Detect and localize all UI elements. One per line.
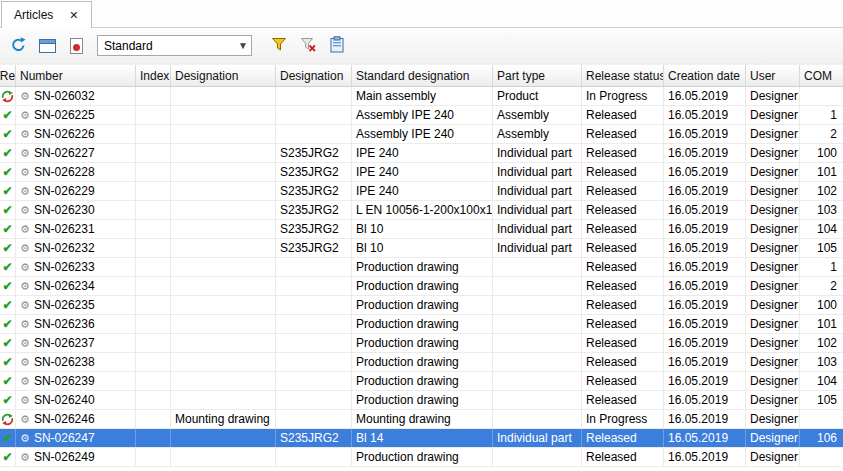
- release_status-cell: Released: [582, 277, 664, 295]
- table-row[interactable]: ✔⚙SN-026238Production drawingReleased16.…: [0, 353, 843, 372]
- released-check-icon: ✔: [2, 318, 12, 330]
- released-check-icon: ✔: [2, 394, 12, 406]
- column-header-creation_date[interactable]: Creation date: [664, 65, 746, 86]
- article-number: SN-026247: [34, 431, 95, 445]
- creation_date-cell: 16.05.2019: [664, 429, 746, 447]
- part-icon: ⚙: [20, 357, 30, 368]
- clear-filter-button[interactable]: [296, 34, 320, 58]
- part-icon: ⚙: [20, 300, 30, 311]
- part_type-cell: [493, 353, 582, 371]
- status-cell: ✔: [0, 334, 16, 352]
- part_type-cell: [493, 410, 582, 428]
- table-row[interactable]: ✔⚙SN-026229S235JRG2IPE 240Individual par…: [0, 182, 843, 201]
- view-select[interactable]: Standard ▼: [97, 35, 252, 56]
- table-row[interactable]: ⚙SN-026246Mounting drawingMounting drawi…: [0, 410, 843, 429]
- index-cell: [136, 296, 171, 314]
- creation_date-cell: 16.05.2019: [664, 448, 746, 466]
- chevron-down-icon[interactable]: ▼: [235, 40, 251, 51]
- com-cell: 105: [800, 239, 843, 257]
- column-header-part_type[interactable]: Part type: [493, 65, 582, 86]
- table-row[interactable]: ✔⚙SN-026225Assembly IPE 240AssemblyRelea…: [0, 106, 843, 125]
- std-cell: Production drawing: [352, 315, 493, 333]
- article-number: SN-026246: [34, 412, 95, 426]
- status-cell: ✔: [0, 201, 16, 219]
- table-row[interactable]: ✔⚙SN-026247S235JRG2Bl 14Individual partR…: [0, 429, 843, 448]
- column-header-std[interactable]: Standard designation: [352, 65, 493, 86]
- release_status-cell: Released: [582, 201, 664, 219]
- index-cell: [136, 125, 171, 143]
- part_type-cell: [493, 296, 582, 314]
- part-icon: ⚙: [20, 319, 30, 330]
- tab-articles[interactable]: Articles ✕: [1, 1, 92, 28]
- in-progress-icon: [1, 413, 14, 426]
- table-row[interactable]: ✔⚙SN-026226Assembly IPE 240AssemblyRelea…: [0, 125, 843, 144]
- article-number: SN-026234: [34, 279, 95, 293]
- article-number: SN-026032: [34, 89, 95, 103]
- article-number: SN-026237: [34, 336, 95, 350]
- user-cell: Designer1: [746, 315, 800, 333]
- designation2-cell: S235JRG2: [276, 182, 352, 200]
- table-row[interactable]: ✔⚙SN-026237Production drawingReleased16.…: [0, 334, 843, 353]
- std-cell: Assembly IPE 240: [352, 125, 493, 143]
- column-header-index[interactable]: Index: [136, 65, 171, 86]
- creation_date-cell: 16.05.2019: [664, 125, 746, 143]
- filter-button[interactable]: [267, 34, 291, 58]
- table-row[interactable]: ✔⚙SN-026236Production drawingReleased16.…: [0, 315, 843, 334]
- report-button[interactable]: [64, 34, 88, 58]
- table-row[interactable]: ✔⚙SN-026240Production drawingReleased16.…: [0, 391, 843, 410]
- creation_date-cell: 16.05.2019: [664, 106, 746, 124]
- designation1-cell: [171, 334, 276, 352]
- std-cell: Mounting drawing: [352, 410, 493, 428]
- part_type-cell: Assembly: [493, 106, 582, 124]
- release_status-cell: Released: [582, 429, 664, 447]
- column-header-designation2[interactable]: Designation: [276, 65, 352, 86]
- index-cell: [136, 106, 171, 124]
- com-cell: 1: [800, 258, 843, 276]
- table-row[interactable]: ✔⚙SN-026227S235JRG2IPE 240Individual par…: [0, 144, 843, 163]
- status-cell: ✔: [0, 258, 16, 276]
- table-row[interactable]: ✔⚙SN-026249Production drawingReleased16.…: [0, 448, 843, 467]
- user-cell: Designer1: [746, 106, 800, 124]
- column-header-status[interactable]: Re: [0, 65, 16, 86]
- com-cell: 103: [800, 201, 843, 219]
- clipboard-button[interactable]: [325, 34, 349, 58]
- table-row[interactable]: ✔⚙SN-026234Production drawingReleased16.…: [0, 277, 843, 296]
- index-cell: [136, 315, 171, 333]
- table-row[interactable]: ⚙SN-026032Main assemblyProductIn Progres…: [0, 87, 843, 106]
- designation2-cell: [276, 315, 352, 333]
- status-cell: ✔: [0, 106, 16, 124]
- index-cell: [136, 448, 171, 466]
- table-row[interactable]: ✔⚙SN-026228S235JRG2IPE 240Individual par…: [0, 163, 843, 182]
- com-cell: [800, 87, 843, 105]
- status-cell: ✔: [0, 315, 16, 333]
- table-row[interactable]: ✔⚙SN-026235Production drawingReleased16.…: [0, 296, 843, 315]
- table-row[interactable]: ✔⚙SN-026231S235JRG2Bl 10Individual partR…: [0, 220, 843, 239]
- refresh-button[interactable]: [6, 34, 30, 58]
- release_status-cell: Released: [582, 315, 664, 333]
- designation2-cell: [276, 410, 352, 428]
- release_status-cell: Released: [582, 239, 664, 257]
- number-cell: ⚙SN-026236: [16, 315, 136, 333]
- part_type-cell: [493, 391, 582, 409]
- part-icon: ⚙: [20, 281, 30, 292]
- com-cell: 103: [800, 353, 843, 371]
- number-cell: ⚙SN-026240: [16, 391, 136, 409]
- status-cell: [0, 410, 16, 428]
- window-button[interactable]: [35, 34, 59, 58]
- designation2-cell: [276, 258, 352, 276]
- article-number: SN-026235: [34, 298, 95, 312]
- number-cell: ⚙SN-026247: [16, 429, 136, 447]
- column-header-designation1[interactable]: Designation: [171, 65, 276, 86]
- table-row[interactable]: ✔⚙SN-026233Production drawingReleased16.…: [0, 258, 843, 277]
- part_type-cell: Individual part: [493, 182, 582, 200]
- release_status-cell: In Progress: [582, 87, 664, 105]
- column-header-release_status[interactable]: Release status: [582, 65, 664, 86]
- close-icon[interactable]: ✕: [69, 10, 78, 21]
- table-row[interactable]: ✔⚙SN-026232S235JRG2Bl 10Individual partR…: [0, 239, 843, 258]
- column-header-number[interactable]: Number: [16, 65, 136, 86]
- column-header-user[interactable]: User: [746, 65, 800, 86]
- column-header-com[interactable]: COM: [800, 65, 843, 86]
- com-cell: 101: [800, 315, 843, 333]
- table-row[interactable]: ✔⚙SN-026239Production drawingReleased16.…: [0, 372, 843, 391]
- table-row[interactable]: ✔⚙SN-026230S235JRG2L EN 10056-1-200x100x…: [0, 201, 843, 220]
